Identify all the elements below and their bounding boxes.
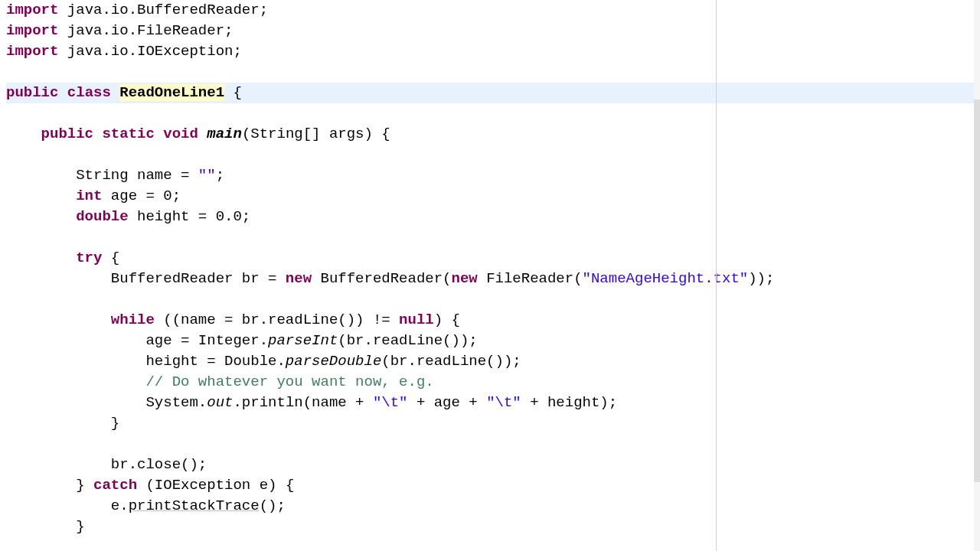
comment: // Do whatever you want now, e.g. [145, 373, 433, 390]
keyword-class: class [67, 84, 111, 101]
static-method: parseDouble [286, 353, 381, 370]
code-line: } catch (IOException e) { [6, 475, 980, 496]
keyword-void: void [163, 126, 198, 142]
code-line: // Do whatever you want now, e.g. [6, 372, 980, 393]
string-literal: "\t" [373, 394, 408, 411]
keyword-while: while [111, 311, 155, 328]
keyword-int: int [76, 187, 102, 204]
static-field: out [207, 394, 233, 411]
string-literal: "\t" [486, 394, 521, 411]
code-line: import java.io.BufferedReader; [6, 0, 980, 21]
code-line: e.printStackTrace(); [6, 496, 980, 517]
keyword-catch: catch [93, 477, 137, 494]
method-call: printStackTrace [129, 497, 260, 514]
print-margin [716, 0, 717, 551]
code-line: height = Double.parseDouble(br.readLine(… [6, 351, 980, 372]
class-name: ReadOneLine1 [119, 84, 224, 101]
string-literal: "NameAgeHeight.txt" [583, 270, 749, 287]
keyword-new: new [286, 270, 312, 287]
keyword-static: static [102, 126, 154, 142]
keyword-new: new [452, 270, 478, 287]
code-line: } [6, 517, 980, 537]
code-line: BufferedReader br = new BufferedReader(n… [6, 269, 980, 289]
code-line: try { [6, 248, 980, 269]
keyword-import: import [6, 43, 58, 60]
code-line [6, 145, 980, 165]
code-line: import java.io.IOException; [6, 41, 980, 62]
keyword-import: import [6, 2, 58, 18]
code-line-current: public class ReadOneLine1 { [6, 83, 980, 103]
keyword-public: public [6, 84, 58, 101]
code-line: br.close(); [6, 455, 980, 475]
keyword-public: public [41, 126, 93, 142]
keyword-null: null [399, 311, 434, 328]
vertical-scrollbar[interactable] [974, 0, 980, 551]
code-line: import java.io.FileReader; [6, 21, 980, 41]
code-line: while ((name = br.readLine()) != null) { [6, 310, 980, 331]
keyword-try: try [76, 249, 102, 266]
code-line: System.out.println(name + "\t" + age + "… [6, 393, 980, 413]
method-main: main [207, 126, 242, 142]
code-line: } [6, 413, 980, 434]
code-line: public static void main(String[] args) { [6, 124, 980, 145]
code-line [6, 434, 980, 455]
keyword-import: import [6, 22, 58, 39]
code-line [6, 227, 980, 248]
code-line: double height = 0.0; [6, 207, 980, 227]
static-method: parseInt [268, 332, 338, 349]
string-literal: "" [198, 167, 216, 184]
code-line [6, 103, 980, 124]
code-line: String name = ""; [6, 165, 980, 186]
scrollbar-thumb[interactable] [974, 99, 980, 482]
code-line: age = Integer.parseInt(br.readLine()); [6, 331, 980, 351]
code-line [6, 289, 980, 310]
code-line: int age = 0; [6, 186, 980, 207]
code-line [6, 62, 980, 83]
code-editor[interactable]: import java.io.BufferedReader; import ja… [0, 0, 980, 537]
keyword-double: double [76, 208, 128, 225]
